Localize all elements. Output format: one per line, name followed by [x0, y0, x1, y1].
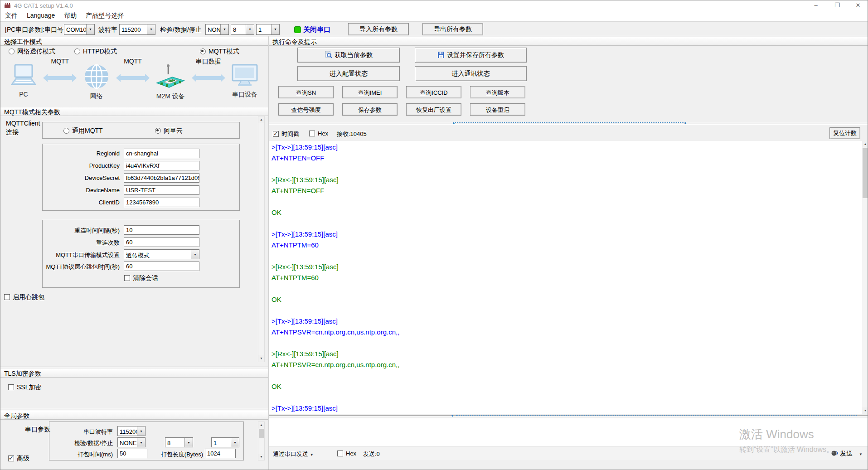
global-baud-select[interactable]: 115200▼: [117, 426, 145, 436]
keepalive-input[interactable]: 60: [124, 262, 199, 271]
scroll-up-icon[interactable]: ▲: [258, 116, 264, 123]
regionid-label: Regionid: [43, 150, 120, 157]
devicename-input[interactable]: USR-TEST: [124, 185, 199, 195]
radio-net-transparent-mode[interactable]: 网络透传模式: [9, 48, 55, 56]
diagram-node-pc: PC: [4, 56, 43, 98]
scroll-down-icon[interactable]: ▼: [258, 355, 264, 362]
mqtt-client-label: MQTTClient连接: [6, 119, 40, 136]
command-button[interactable]: 查询版本: [470, 86, 525, 98]
app-window: 4G CAT1 setup V1.4.0 – ❐ ✕ 文件Language帮助产…: [0, 0, 868, 470]
enter-config-button[interactable]: 进入配置状态: [297, 66, 400, 81]
menu-item[interactable]: 帮助: [59, 10, 81, 20]
clientid-input[interactable]: 1234567890: [124, 198, 199, 207]
productkey-input[interactable]: i4u4VIKvRXf: [124, 161, 199, 170]
splitter-handle[interactable]: ▼: [456, 415, 857, 416]
command-button[interactable]: 设备重启: [470, 103, 525, 116]
line-settings-label: 检验/数据/停止: [160, 26, 202, 34]
send-input[interactable]: [269, 418, 868, 446]
command-button[interactable]: 查询SN: [278, 86, 334, 98]
parity-select[interactable]: NONI▼: [205, 24, 229, 35]
chevron-down-icon: ▼: [137, 438, 145, 447]
log-line: AT+NTPTM=60: [272, 240, 859, 251]
databits-select[interactable]: 8▼: [231, 24, 254, 35]
close-button[interactable]: ✕: [848, 0, 868, 10]
maximize-button[interactable]: ❐: [827, 0, 848, 10]
reconnect-times-input[interactable]: 60: [124, 237, 199, 247]
chevron-down-icon: ▼: [271, 24, 279, 34]
send-hex-checkbox[interactable]: Hex: [337, 450, 356, 457]
radio-mqtt-mode[interactable]: MQTT模式: [200, 48, 239, 56]
regionid-input[interactable]: cn-shanghai: [124, 149, 199, 158]
clear-session-checkbox[interactable]: 清除会话: [124, 274, 158, 282]
close-port-button[interactable]: 关闭串口: [303, 25, 330, 34]
scroll-down-icon[interactable]: ▼: [258, 454, 264, 460]
port-open-indicator-icon: [294, 26, 301, 33]
transfer-mode-select[interactable]: 透传模式▼: [124, 249, 199, 259]
global-databits-select[interactable]: 8▼: [165, 437, 193, 447]
pack-time-input[interactable]: 50: [117, 449, 147, 458]
reconnect-interval-input[interactable]: 10: [124, 225, 199, 235]
log-line: [272, 338, 859, 349]
ssl-checkbox[interactable]: SSL加密: [8, 383, 41, 392]
global-params-scrollbar[interactable]: ▲ ▼: [258, 422, 265, 460]
checkbox-icon: [273, 131, 279, 137]
global-stopbits-select[interactable]: 1▼: [211, 437, 239, 447]
log-hex-checkbox[interactable]: Hex: [309, 130, 328, 137]
log-line: OK: [272, 294, 859, 305]
radio-generic-mqtt[interactable]: 通用MQTT: [63, 127, 103, 135]
clientid-label: ClientID: [43, 199, 120, 206]
splitter-handle[interactable]: ▲▲: [453, 122, 686, 123]
scroll-up-icon[interactable]: ▲: [258, 422, 264, 428]
send-via-select[interactable]: 通过串口发送 ▼: [273, 450, 314, 458]
scroll-thumb[interactable]: [259, 429, 264, 438]
log-line: AT+NTPSVR=cn.ntp.org.cn,us.ntp.org.cn,,: [272, 359, 859, 370]
broker-choice-box: 通用MQTT 阿里云: [42, 122, 240, 139]
scroll-up-icon[interactable]: ▲: [862, 141, 868, 147]
menu-item[interactable]: 文件: [0, 10, 22, 20]
command-button[interactable]: 查询ICCID: [406, 86, 461, 98]
title-bar: 4G CAT1 setup V1.4.0 – ❐ ✕: [0, 0, 868, 10]
pack-len-label: 打包长度(Bytes): [160, 451, 203, 459]
double-arrow-icon: [192, 74, 225, 82]
radio-httpd-mode[interactable]: HTTPD模式: [74, 48, 117, 56]
mqtt-params-scrollbar[interactable]: ▲ ▼: [258, 116, 265, 362]
radio-aliyun[interactable]: 阿里云: [155, 127, 183, 135]
advanced-checkbox[interactable]: 高级: [8, 455, 29, 463]
devicesecret-input[interactable]: lb63d7440b2bfa1a77121d09: [124, 173, 199, 183]
global-parity-select[interactable]: NONE▼: [117, 437, 145, 447]
log-line: [272, 392, 859, 403]
sent-counter: 发送:0: [363, 450, 380, 458]
baud-select[interactable]: 115200▼: [119, 24, 155, 35]
log-line: [272, 164, 859, 174]
log-scrollbar[interactable]: ▲ ▼: [862, 141, 868, 414]
menu-item[interactable]: 产品型号选择: [81, 10, 128, 20]
pack-len-input[interactable]: 1024: [205, 449, 236, 458]
command-button[interactable]: 查信号强度: [278, 103, 334, 116]
send-button[interactable]: 发送 ▼: [831, 450, 863, 458]
command-button[interactable]: 保存参数: [342, 103, 398, 116]
command-button[interactable]: 恢复出厂设置: [406, 103, 461, 116]
heartbeat-checkbox[interactable]: 启用心跳包: [4, 293, 44, 301]
chevron-down-icon: ▼: [147, 24, 155, 34]
minimize-button[interactable]: –: [805, 0, 826, 10]
com-port-select[interactable]: COM10▼: [64, 24, 95, 35]
log-line: OK: [272, 381, 859, 392]
scroll-down-icon[interactable]: ▼: [862, 407, 868, 414]
chevron-down-icon: ▼: [137, 426, 145, 436]
reconnect-interval-label: 重连时间间隔(秒): [43, 227, 120, 235]
timestamp-checkbox[interactable]: 时间戳: [273, 130, 299, 138]
diagram-link-serial: 串口数据: [191, 56, 225, 82]
scroll-thumb[interactable]: [863, 148, 868, 198]
set-save-params-button[interactable]: 设置并保存所有参数: [415, 48, 527, 63]
diagram-link-mqtt-1: MQTT: [43, 56, 77, 82]
log-output[interactable]: >[Tx->][13:59:15][asc]AT+NTPEN=OFF>[Rx<-…: [269, 141, 868, 414]
import-params-button[interactable]: 导入所有参数: [348, 23, 409, 35]
menu-item[interactable]: Language: [22, 10, 59, 19]
get-params-button[interactable]: 获取当前参数: [297, 48, 400, 63]
stopbits-select[interactable]: 1▼: [256, 24, 280, 35]
export-params-button[interactable]: 导出所有参数: [422, 23, 483, 35]
reset-counter-button[interactable]: 复位计数: [829, 127, 860, 139]
command-button[interactable]: 查询IMEI: [342, 86, 398, 98]
search-doc-icon: [325, 51, 332, 58]
enter-comm-button[interactable]: 进入通讯状态: [415, 66, 527, 81]
